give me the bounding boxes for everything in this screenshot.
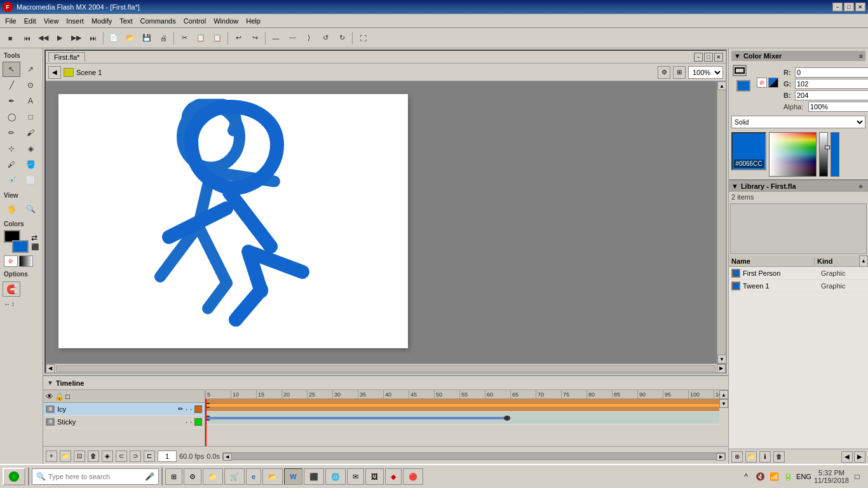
start-button[interactable] xyxy=(3,468,25,485)
antivirus-taskbar-button[interactable]: 🔴 xyxy=(403,468,423,485)
color-spectrum[interactable] xyxy=(769,132,817,177)
doc-minimize-button[interactable]: − xyxy=(694,53,703,62)
fast-forward-button[interactable]: ⏭ xyxy=(85,30,100,46)
lib-delete-btn[interactable]: 🗑 xyxy=(773,451,785,463)
menu-commands[interactable]: Commands xyxy=(136,16,179,26)
layer-icy[interactable]: ⊞ Icy ✏ · · xyxy=(43,403,205,416)
photos-taskbar-button[interactable]: 🖼 xyxy=(365,468,384,485)
system-clock[interactable]: 5:32 PM 11/19/2018 xyxy=(814,469,849,484)
lib-new-folder-btn[interactable]: 📁 xyxy=(745,451,757,463)
add-folder-button[interactable]: 📁 xyxy=(60,451,71,462)
lib-scroll-left[interactable]: ◀ xyxy=(841,451,853,463)
play-button[interactable]: ▶ xyxy=(52,30,67,46)
microphone-icon[interactable]: 🎤 xyxy=(145,472,154,481)
onion-settings-button[interactable]: ⊏ xyxy=(144,451,155,462)
fill-xform-tool[interactable]: ◈ xyxy=(22,141,39,156)
expand-tray-icon[interactable]: ^ xyxy=(740,471,752,482)
step-forward-button[interactable]: ▶▶ xyxy=(69,30,84,46)
selected-color-display[interactable]: #0066CC xyxy=(731,132,766,170)
line-tool[interactable]: ╱ xyxy=(3,78,20,93)
scroll-down-button[interactable]: ▼ xyxy=(717,355,726,363)
paste-button[interactable]: 📋 xyxy=(210,30,225,46)
no-fill-icon[interactable]: ⊘ xyxy=(757,78,767,88)
pen-tool[interactable]: ✒ xyxy=(3,93,20,109)
layer-visible-toggle[interactable]: ✏ xyxy=(178,405,183,412)
rotate-right-button[interactable]: ↻ xyxy=(334,30,349,46)
search-box[interactable]: 🔍 🎤 xyxy=(32,468,159,485)
eraser-tool[interactable]: ⬜ xyxy=(22,173,39,188)
library-item-tween1[interactable]: Tween 1 Graphic xyxy=(729,280,868,292)
frame-center-button[interactable]: ◈ xyxy=(102,451,113,462)
default-colors-btn[interactable]: ⬛ xyxy=(31,243,39,250)
minecraft-taskbar-button[interactable]: ⬛ xyxy=(304,468,324,485)
menu-view[interactable]: View xyxy=(40,16,63,26)
fill-type-btn[interactable] xyxy=(736,80,750,92)
fullscreen-button[interactable]: ⛶ xyxy=(355,30,370,46)
add-guide-button[interactable]: ⊡ xyxy=(74,451,85,462)
doc-maximize-button[interactable]: □ xyxy=(704,53,713,62)
lib-scroll-right[interactable]: ▶ xyxy=(854,451,865,463)
new-button[interactable]: 📄 xyxy=(106,30,121,46)
battery-icon[interactable]: 🔋 xyxy=(782,471,794,482)
timeline-scrollbar-right[interactable]: ▲ ▼ xyxy=(719,390,728,446)
oval-tool[interactable]: ◯ xyxy=(3,109,20,125)
color-brightness-slider[interactable] xyxy=(819,132,828,177)
undo-button[interactable]: ↩ xyxy=(231,30,246,46)
lasso-tool[interactable]: ⊙ xyxy=(22,78,39,93)
show-desktop-icon[interactable]: □ xyxy=(851,471,863,482)
task-view-button[interactable]: ⊞ xyxy=(165,468,182,485)
canvas-wrapper[interactable] xyxy=(46,81,717,363)
minimize-button[interactable]: − xyxy=(832,3,843,11)
horizontal-scrollbar[interactable]: ◀ ▶ xyxy=(46,363,726,372)
onion-outline-button[interactable]: ⊃ xyxy=(130,451,141,462)
timeline-scroll-up[interactable]: ▲ xyxy=(719,390,728,399)
playhead[interactable] xyxy=(205,399,207,446)
color-mixer-header[interactable]: ▼ Color Mixer ≡ xyxy=(731,51,865,61)
text-tool[interactable]: A xyxy=(22,93,39,109)
ink-bottle-tool[interactable]: 🖋 xyxy=(3,157,20,172)
b-input[interactable] xyxy=(795,90,868,100)
zoom-select[interactable]: 100% 50% 150% 200% xyxy=(688,66,723,79)
doc-close-button[interactable]: ✕ xyxy=(714,53,723,62)
eyedropper-tool[interactable]: 💉 xyxy=(3,173,20,188)
menu-window[interactable]: Window xyxy=(210,16,242,26)
free-xform-tool[interactable]: ⊹ xyxy=(3,141,20,156)
flash-taskbar-button[interactable]: ◆ xyxy=(385,468,402,485)
scroll-track[interactable] xyxy=(56,365,715,372)
tl-scroll-bar[interactable] xyxy=(232,453,716,459)
subselect-tool[interactable]: ↗ xyxy=(22,62,39,77)
onion-skin-button[interactable]: ⊂ xyxy=(116,451,127,462)
pencil-tool[interactable]: ✏ xyxy=(3,125,20,140)
frame-track-sticky[interactable] xyxy=(205,412,719,424)
snap-button[interactable]: — xyxy=(268,30,283,46)
menu-edit[interactable]: Edit xyxy=(20,16,40,26)
network-icon[interactable]: 📶 xyxy=(768,471,780,482)
menu-file[interactable]: File xyxy=(1,16,20,26)
files-taskbar-button[interactable]: 📂 xyxy=(262,468,283,485)
save-button[interactable]: 💾 xyxy=(139,30,154,46)
paint-bucket-tool[interactable]: 🪣 xyxy=(22,157,39,172)
maximize-button[interactable]: □ xyxy=(844,3,854,11)
snap-magnet[interactable]: 🧲 xyxy=(3,281,20,297)
tl-scroll-left[interactable]: ◀ xyxy=(223,453,232,461)
menu-text[interactable]: Text xyxy=(116,16,136,26)
select-tool[interactable]: ↖ xyxy=(3,62,20,77)
fill-to-black-btn[interactable] xyxy=(19,255,33,267)
folder-taskbar-button[interactable]: 📁 xyxy=(203,468,223,485)
color-spectrum-container[interactable] xyxy=(769,132,817,177)
add-layer-button[interactable]: + xyxy=(46,451,57,462)
volume-icon[interactable]: 🔇 xyxy=(754,471,766,482)
timeline-collapse-btn[interactable]: ▼ xyxy=(47,379,53,386)
menu-help[interactable]: Help xyxy=(242,16,264,26)
rect-tool[interactable]: □ xyxy=(22,109,39,125)
library-scroll-top[interactable]: ▲ xyxy=(859,255,868,267)
swap-colors-btn[interactable]: ⇄ xyxy=(31,233,39,242)
hand-tool[interactable]: 🖐 xyxy=(3,201,20,217)
rewind-button[interactable]: ⏮ xyxy=(19,30,34,46)
edge-taskbar-button[interactable]: 🌐 xyxy=(325,468,346,485)
lib-new-symbol-btn[interactable]: ⊕ xyxy=(731,451,743,463)
canvas-scrollbar-vertical[interactable]: ▲ ▼ xyxy=(717,81,726,363)
menu-control[interactable]: Control xyxy=(180,16,210,26)
stop-button[interactable]: ■ xyxy=(3,30,18,46)
zoom-tool[interactable]: 🔍 xyxy=(22,201,39,217)
